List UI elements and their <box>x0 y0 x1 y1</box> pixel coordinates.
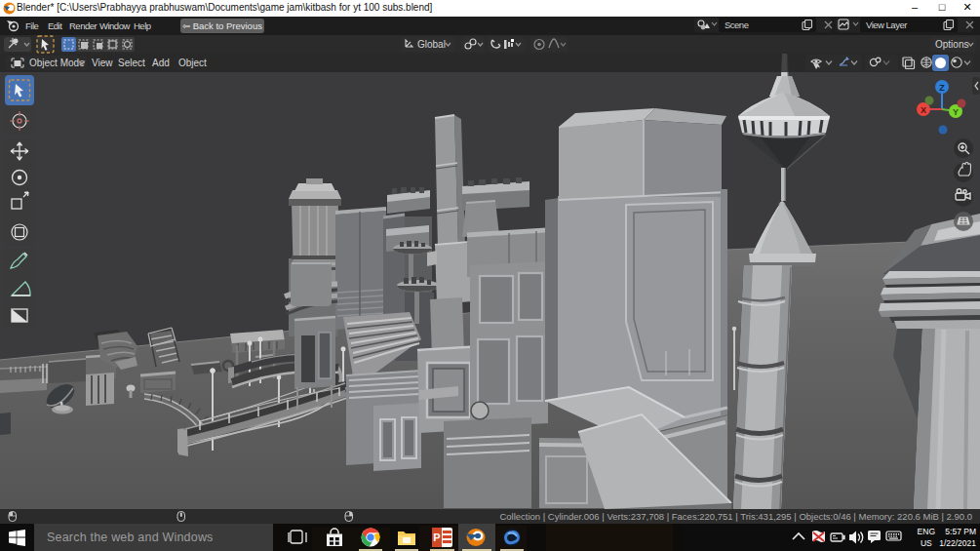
svg-text:Object Mode: Object Mode <box>29 58 85 68</box>
svg-text:Select: Select <box>118 58 145 68</box>
svg-text:Y: Y <box>953 107 959 117</box>
svg-text:View: View <box>92 58 113 68</box>
svg-text:Object: Object <box>178 58 207 68</box>
svg-text:Add: Add <box>152 58 170 68</box>
svg-text:P: P <box>433 531 440 543</box>
svg-text:Z: Z <box>939 83 945 93</box>
svg-text:Global: Global <box>417 39 446 50</box>
svg-text:X: X <box>921 105 926 115</box>
svg-text:Options: Options <box>935 39 968 50</box>
